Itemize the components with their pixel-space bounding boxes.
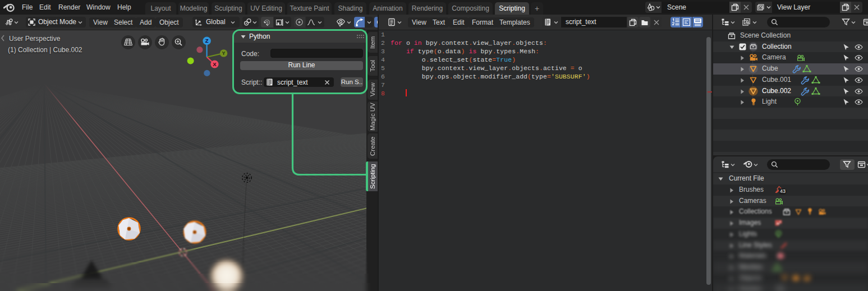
svg-text:X: X (213, 61, 217, 67)
svg-text:Y: Y (222, 50, 226, 56)
svg-text:Z: Z (205, 38, 209, 44)
